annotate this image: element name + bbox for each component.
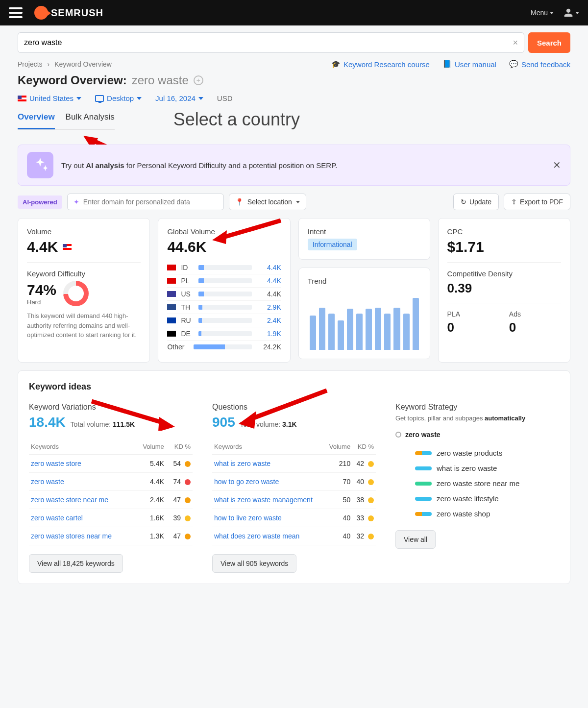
- table-row: what is zero waste 210 42: [212, 455, 376, 473]
- currency-label: USD: [217, 94, 233, 102]
- keyword-volume: 1.3K: [135, 527, 166, 545]
- strategy-item: what is zero waste: [395, 461, 559, 476]
- chevron-down-icon: [198, 97, 203, 100]
- kd-dot-icon: [368, 515, 374, 521]
- global-country-row: Other 24.2K: [167, 341, 281, 353]
- view-all-strategy[interactable]: View all: [395, 530, 436, 549]
- pla-label: PLA: [447, 310, 499, 318]
- cpc-value: $1.71: [447, 239, 561, 255]
- user-menu[interactable]: [564, 8, 579, 18]
- pill-icon: [415, 497, 432, 501]
- domain-input-wrap[interactable]: ✦: [67, 194, 224, 210]
- keyword-link[interactable]: what is zero waste: [214, 460, 270, 467]
- cd-label: Competitive Density: [447, 269, 561, 278]
- variations-table: Keywords Volume KD % zero waste store 5.…: [29, 439, 193, 545]
- keyword-kd: 42: [352, 455, 376, 473]
- flag-icon: [167, 278, 176, 284]
- course-link[interactable]: 🎓Keyword Research course: [331, 60, 430, 69]
- view-all-questions[interactable]: View all 905 keywords: [212, 554, 296, 573]
- volume-bar: [198, 292, 251, 296]
- global-value: 44.6K: [167, 239, 281, 255]
- menu-dropdown[interactable]: Menu: [531, 9, 554, 17]
- kd-dot-icon: [185, 497, 191, 503]
- desktop-icon: [95, 95, 104, 102]
- kd-label: Keyword Difficulty: [27, 269, 141, 278]
- device-filter[interactable]: Desktop: [95, 94, 142, 102]
- strategy-label: what is zero waste: [437, 464, 497, 472]
- update-button[interactable]: ↻Update: [453, 194, 499, 210]
- questions-table: Keywords Volume KD % what is zero waste …: [212, 439, 376, 545]
- trend-bar: [319, 308, 325, 350]
- keyword-link[interactable]: what does zero waste mean: [214, 532, 299, 540]
- intent-label: Intent: [308, 227, 421, 236]
- keyword-volume: 40: [325, 509, 353, 527]
- location-select[interactable]: 📍 Select location: [229, 194, 306, 210]
- questions-count: 905: [212, 415, 235, 430]
- us-flag-icon: [18, 96, 26, 101]
- keyword-link[interactable]: what is zero waste management: [214, 496, 313, 504]
- variations-title: Keyword Variations: [29, 403, 193, 412]
- trend-label: Trend: [308, 277, 421, 285]
- intent-trend-col: Intent Informational Trend: [298, 218, 430, 363]
- country-volume: 4.4K: [257, 290, 281, 298]
- keyword-link[interactable]: zero waste store: [31, 460, 81, 467]
- menu-icon[interactable]: [9, 7, 23, 18]
- intent-card: Intent Informational: [298, 218, 430, 260]
- table-row: zero waste stores near me 1.3K 47: [29, 527, 193, 545]
- volume-bar: [198, 318, 251, 323]
- pill-icon: [415, 482, 432, 486]
- topbar: SEMRUSH Menu: [0, 0, 588, 25]
- keyword-link[interactable]: zero waste store near me: [31, 496, 108, 504]
- search-button[interactable]: Search: [528, 32, 570, 53]
- feedback-link[interactable]: 💬Send feedback: [509, 60, 570, 69]
- page-title: Keyword Overview:: [18, 73, 127, 87]
- cpc-label: CPC: [447, 227, 561, 236]
- flag-icon: [167, 317, 176, 323]
- keyword-volume: 4.4K: [135, 473, 166, 491]
- strategy-item: zero waste store near me: [395, 476, 559, 491]
- keyword-link[interactable]: zero waste cartel: [31, 514, 83, 522]
- refresh-icon: ↻: [461, 198, 466, 206]
- kd-dot-icon: [185, 479, 191, 485]
- tab-bulk[interactable]: Bulk Analysis: [66, 109, 115, 129]
- strategy-label: zero waste products: [437, 449, 502, 457]
- domain-input[interactable]: [83, 198, 218, 206]
- keyword-link[interactable]: zero waste: [31, 478, 64, 486]
- brand-logo[interactable]: SEMRUSH: [34, 6, 103, 20]
- keyword-link[interactable]: zero waste stores near me: [31, 532, 112, 540]
- clear-icon[interactable]: ×: [513, 38, 518, 48]
- keyword-volume: 70: [325, 473, 353, 491]
- add-icon[interactable]: +: [194, 75, 203, 85]
- trend-bar: [413, 298, 419, 350]
- volume-bar: [198, 278, 251, 283]
- kd-dot-icon: [368, 497, 374, 503]
- breadcrumb-root[interactable]: Projects: [18, 60, 43, 68]
- variations-col: Keyword Variations 18.4K Total volume: 1…: [29, 403, 193, 573]
- book-icon: 📘: [442, 60, 452, 69]
- body-area: Try out AI analysis for Personal Keyword…: [0, 136, 588, 593]
- search-input[interactable]: [24, 38, 513, 47]
- export-button[interactable]: ⇪Export to PDF: [504, 194, 570, 210]
- keyword-kd: 47: [166, 491, 193, 509]
- search-box[interactable]: ×: [18, 32, 524, 53]
- sparkle-icon: ✦: [74, 198, 79, 206]
- search-row: × Search: [0, 25, 588, 60]
- country-code: PL: [181, 277, 194, 285]
- header-area: Projects › Keyword Overview 🎓Keyword Res…: [0, 60, 588, 136]
- keyword-volume: 2.4K: [135, 491, 166, 509]
- keyword-kd: 54: [166, 455, 193, 473]
- keyword-kd: 38: [352, 491, 376, 509]
- strategy-item: zero waste shop: [395, 506, 559, 521]
- date-filter[interactable]: Jul 16, 2024: [155, 94, 203, 102]
- country-filter[interactable]: United States: [18, 94, 81, 102]
- table-row: zero waste store 5.4K 54: [29, 455, 193, 473]
- view-all-variations[interactable]: View all 18,425 keywords: [29, 554, 123, 573]
- manual-link[interactable]: 📘User manual: [442, 60, 496, 69]
- keyword-link[interactable]: how to live zero waste: [214, 514, 282, 522]
- global-country-row: PL 4.4K: [167, 274, 281, 288]
- chat-icon: 💬: [509, 60, 518, 69]
- keyword-volume: 1.6K: [135, 509, 166, 527]
- close-icon[interactable]: ✕: [553, 159, 561, 171]
- keyword-link[interactable]: how to go zero waste: [214, 478, 279, 486]
- tab-overview[interactable]: Overview: [18, 109, 55, 129]
